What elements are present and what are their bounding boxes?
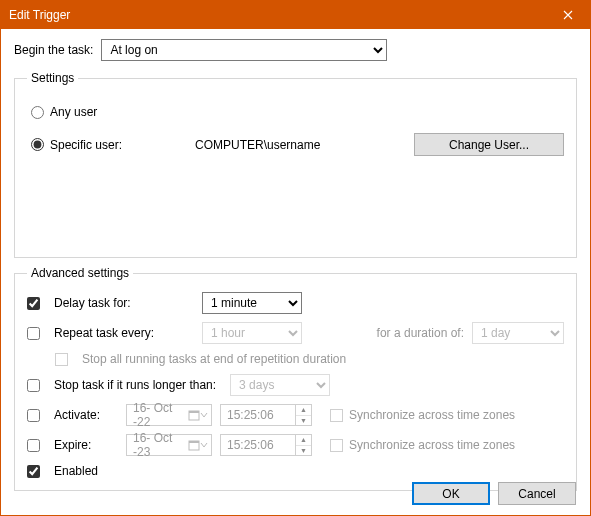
stop-all-label: Stop all running tasks at end of repetit… — [82, 352, 346, 366]
activate-label: Activate: — [54, 408, 118, 422]
begin-task-select[interactable]: At log on — [101, 39, 387, 61]
calendar-icon — [187, 438, 200, 452]
expire-checkbox[interactable] — [27, 439, 40, 452]
expire-time-value: 15:25:06 — [227, 438, 274, 452]
delay-row: Delay task for: 1 minute — [27, 292, 564, 314]
activate-sync-checkbox — [330, 409, 343, 422]
expire-sync-label: Synchronize across time zones — [349, 438, 515, 452]
repeat-row: Repeat task every: 1 hour for a duration… — [27, 322, 564, 344]
close-button[interactable] — [546, 1, 590, 29]
chevron-down-icon — [200, 441, 209, 449]
delay-label: Delay task for: — [54, 296, 194, 310]
svg-rect-3 — [189, 441, 199, 443]
expire-time-picker: 15:25:06 ▲▼ — [220, 434, 312, 456]
stop-if-checkbox[interactable] — [27, 379, 40, 392]
svg-rect-1 — [189, 411, 199, 413]
client-area: Begin the task: At log on Settings Any u… — [1, 29, 590, 509]
calendar-icon — [187, 408, 200, 422]
repeat-checkbox[interactable] — [27, 327, 40, 340]
any-user-label: Any user — [50, 105, 97, 119]
expire-sync-checkbox — [330, 439, 343, 452]
activate-time-picker: 15:25:06 ▲▼ — [220, 404, 312, 426]
spinner-icon: ▲▼ — [295, 405, 311, 425]
repeat-interval-combo: 1 hour — [202, 322, 302, 344]
advanced-settings-group: Advanced settings Delay task for: 1 minu… — [14, 266, 577, 491]
begin-task-row: Begin the task: At log on — [14, 39, 577, 61]
activate-date-value: 16- Oct -22 — [133, 401, 187, 429]
specific-user-value: COMPUTER\username — [195, 138, 406, 152]
activate-row: Activate: 16- Oct -22 15:25:06 ▲▼ — [27, 404, 564, 426]
settings-legend: Settings — [27, 71, 78, 85]
expire-date-picker: 16- Oct -23 — [126, 434, 212, 456]
titlebar: Edit Trigger — [1, 1, 590, 29]
delay-combo[interactable]: 1 minute — [202, 292, 302, 314]
specific-user-radio[interactable] — [31, 138, 44, 151]
specific-user-label: Specific user: — [50, 138, 122, 152]
change-user-button[interactable]: Change User... — [414, 133, 564, 156]
window-title: Edit Trigger — [9, 8, 546, 22]
activate-date-picker: 16- Oct -22 — [126, 404, 212, 426]
expire-label: Expire: — [54, 438, 118, 452]
begin-task-label: Begin the task: — [14, 43, 93, 57]
ok-button[interactable]: OK — [412, 482, 490, 505]
dialog-footer: OK Cancel — [412, 482, 576, 505]
any-user-radio[interactable] — [31, 106, 44, 119]
repeat-duration-combo: 1 day — [472, 322, 564, 344]
repeat-label: Repeat task every: — [54, 326, 194, 340]
stop-all-checkbox — [55, 353, 68, 366]
spinner-icon: ▲▼ — [295, 435, 311, 455]
stop-if-combo: 3 days — [230, 374, 330, 396]
settings-group: Settings Any user Specific user: COMPUTE… — [14, 71, 577, 258]
activate-time-value: 15:25:06 — [227, 408, 274, 422]
enabled-label: Enabled — [54, 464, 98, 478]
expire-date-value: 16- Oct -23 — [133, 431, 187, 459]
stop-if-label: Stop task if it runs longer than: — [54, 378, 216, 392]
advanced-legend: Advanced settings — [27, 266, 133, 280]
chevron-down-icon — [200, 411, 209, 419]
enabled-row: Enabled — [27, 464, 564, 478]
delay-checkbox[interactable] — [27, 297, 40, 310]
enabled-checkbox[interactable] — [27, 465, 40, 478]
expire-row: Expire: 16- Oct -23 15:25:06 ▲▼ — [27, 434, 564, 456]
stop-all-row: Stop all running tasks at end of repetit… — [55, 352, 564, 366]
activate-sync-label: Synchronize across time zones — [349, 408, 515, 422]
activate-checkbox[interactable] — [27, 409, 40, 422]
close-icon — [563, 10, 573, 20]
repeat-duration-label: for a duration of: — [377, 326, 464, 340]
stop-if-row: Stop task if it runs longer than: 3 days — [27, 374, 564, 396]
edit-trigger-dialog: Edit Trigger Begin the task: At log on S… — [0, 0, 591, 516]
cancel-button[interactable]: Cancel — [498, 482, 576, 505]
